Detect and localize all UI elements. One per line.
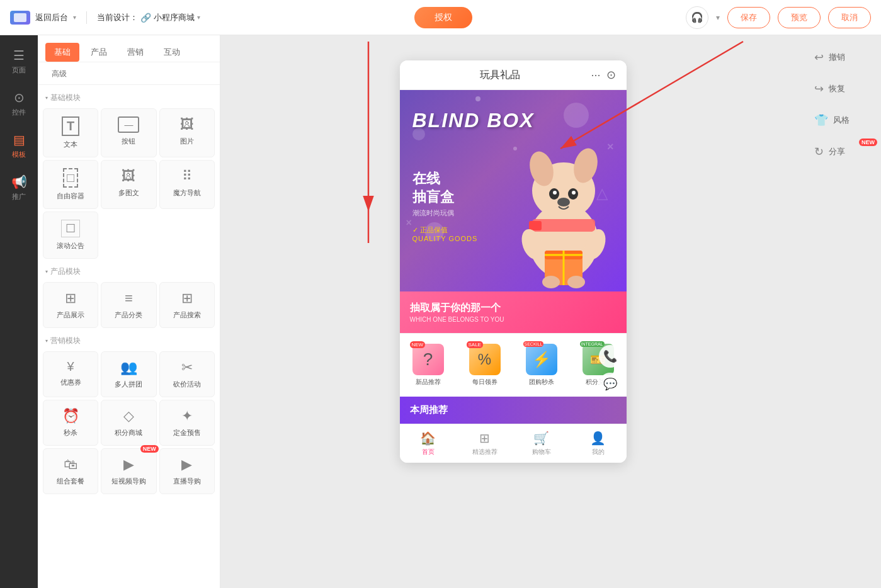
- combo-icon: 🛍: [64, 456, 77, 473]
- banner-quality-text: ✓ 正品保值: [412, 225, 535, 235]
- promo-section: 抽取属于你的那一个 WHICH ONE BELONGS TO YOU: [400, 291, 627, 333]
- module-group-buy[interactable]: 👥 多人拼团: [101, 351, 156, 397]
- svg-point-12: [572, 191, 576, 195]
- nav-group-flash[interactable]: ⚡ SECKILL 团购秒杀: [513, 339, 570, 392]
- tab-marketing[interactable]: 营销: [118, 43, 152, 62]
- module-live-shop[interactable]: ▶ 直播导购: [159, 448, 215, 494]
- new-products-img: ? NEW: [412, 344, 444, 375]
- undo-icon: ↩: [814, 50, 824, 64]
- module-short-video[interactable]: NEW ▶ 短视频导购: [101, 448, 156, 494]
- module-magic-nav[interactable]: ⠿ 魔方导航: [159, 160, 215, 209]
- module-scroll-notice[interactable]: ☐ 滚动公告: [43, 212, 98, 259]
- home-label: 首页: [422, 448, 435, 456]
- nav-new-products[interactable]: ? NEW 新品推荐: [400, 339, 457, 392]
- svg-point-13: [557, 198, 570, 206]
- share-label: 分享: [829, 146, 845, 157]
- button-icon: —: [118, 116, 139, 133]
- promo-title: 抽取属于你的那一个: [410, 302, 617, 315]
- tab-interact[interactable]: 互动: [155, 43, 189, 62]
- header-divider: [86, 11, 87, 24]
- module-container[interactable]: □ 自由容器: [43, 160, 98, 209]
- cancel-button[interactable]: 取消: [828, 7, 871, 28]
- page-icon: ☰: [13, 48, 25, 63]
- section-product-title: 产品模块: [50, 266, 81, 277]
- module-points-mall[interactable]: ◇ 积分商城: [101, 400, 156, 446]
- module-multi-image[interactable]: 🖼 多图文: [101, 160, 156, 209]
- sidebar-promote-label: 推广: [12, 192, 26, 201]
- module-text-label: 文本: [64, 140, 77, 149]
- short-video-new-badge: NEW: [140, 445, 159, 453]
- redo-icon: ↪: [814, 82, 824, 96]
- section-marketing-title: 营销模块: [50, 336, 81, 346]
- module-product-category[interactable]: ≡ 产品分类: [101, 282, 156, 328]
- section-basic-title: 基础模块: [50, 93, 81, 103]
- preview-button[interactable]: 预览: [778, 7, 821, 28]
- module-coupon[interactable]: ¥ 优惠券: [43, 351, 98, 397]
- modules-content: ▾ 基础模块 T 文本 — 按钮 🖼 图片 □ 自由容器: [38, 85, 220, 588]
- scroll-notice-icon: ☐: [61, 220, 80, 237]
- decor-x-4: ×: [406, 217, 412, 229]
- section-product-triangle: ▾: [45, 269, 48, 274]
- bottom-nav-picks[interactable]: ⊞ 精选推荐: [457, 428, 513, 459]
- action-share[interactable]: ↻ 分享 NEW: [812, 142, 875, 161]
- right-panel: ↩ 撤销 ↪ 恢复 👕 风格 ↻ 分享 NEW: [805, 35, 881, 588]
- magic-nav-icon: ⠿: [182, 168, 192, 184]
- design-icon: 🔗: [140, 13, 151, 23]
- headset-button[interactable]: 🎧: [686, 6, 708, 29]
- banner-quality: ✓ 正品保值 QUALITY GOODS: [412, 225, 535, 242]
- module-group-buy-label: 多人拼团: [115, 380, 142, 389]
- module-flash-sale[interactable]: ⏰ 秒杀: [43, 400, 98, 446]
- action-undo[interactable]: ↩ 撤销: [812, 48, 875, 67]
- redo-label: 恢复: [829, 83, 845, 94]
- sidebar-template-label: 模板: [12, 150, 26, 159]
- image-icon: 🖼: [180, 116, 194, 133]
- module-scroll-notice-label: 滚动公告: [57, 241, 84, 251]
- back-to-dashboard[interactable]: 返回后台 ▾: [10, 11, 76, 25]
- cart-label: 购物车: [532, 448, 551, 456]
- product-search-icon: ⊞: [181, 290, 193, 307]
- tab-product[interactable]: 产品: [82, 43, 116, 62]
- bottom-nav-home[interactable]: 🏠 首页: [400, 428, 457, 459]
- action-style[interactable]: 👕 风格: [812, 111, 875, 130]
- subtab-basic[interactable]: 高级: [45, 67, 73, 81]
- module-button[interactable]: — 按钮: [101, 108, 156, 157]
- product-display-icon: ⊞: [65, 290, 76, 307]
- group-flash-icon: ⚡: [532, 351, 551, 368]
- sidebar-icons: ☰ 页面 ⊙ 控件 ▤ 模板 📢 推广: [0, 35, 38, 588]
- style-icon: 👕: [814, 113, 828, 127]
- module-combo[interactable]: 🛍 组合套餐: [43, 448, 98, 494]
- module-short-video-label: 短视频导购: [111, 477, 146, 486]
- phone-side-buttons: 📞 💬: [594, 340, 627, 400]
- canvas-area: 玩具礼品 ··· ⊙ × × × × △ △: [220, 35, 805, 588]
- sidebar-item-control[interactable]: ⊙ 控件: [0, 82, 38, 125]
- bottom-nav-cart[interactable]: 🛒 购物车: [513, 428, 570, 459]
- module-product-search[interactable]: ⊞ 产品搜索: [159, 282, 215, 328]
- phone-wechat-button[interactable]: 💬: [599, 373, 622, 395]
- module-multi-image-label: 多图文: [118, 188, 139, 198]
- section-basic-header: ▾ 基础模块: [43, 85, 215, 108]
- promo-subtitle: WHICH ONE BELONGS TO YOU: [410, 316, 617, 323]
- modules-tabs: 基础 产品 营销 互动: [38, 35, 220, 62]
- banner-chinese-line1: 在线: [412, 171, 440, 186]
- bottom-nav-mine[interactable]: 👤 我的: [570, 428, 627, 459]
- phone-header-icons: ··· ⊙: [591, 68, 616, 82]
- group-flash-img: ⚡ SECKILL: [526, 344, 557, 375]
- modules-panel: 基础 产品 营销 互动 高级 ▾ 基础模块 T 文本 — 按钮: [38, 35, 220, 588]
- phone-call-button[interactable]: 📞: [599, 345, 622, 368]
- save-button[interactable]: 保存: [727, 7, 770, 28]
- action-redo[interactable]: ↪ 恢复: [812, 79, 875, 98]
- module-text[interactable]: T 文本: [43, 108, 98, 157]
- sidebar-item-template[interactable]: ▤ 模板: [0, 125, 38, 167]
- module-product-display[interactable]: ⊞ 产品展示: [43, 282, 98, 328]
- sidebar-item-promote[interactable]: 📢 推广: [0, 167, 38, 209]
- nav-daily-coupon[interactable]: % SALE 每日领券: [457, 339, 513, 392]
- phone-header: 玩具礼品 ··· ⊙: [400, 60, 627, 90]
- tab-basic[interactable]: 基础: [45, 43, 79, 62]
- mine-label: 我的: [592, 448, 605, 456]
- svg-point-22: [542, 276, 560, 288]
- module-deposit[interactable]: ✦ 定金预售: [159, 400, 215, 446]
- sidebar-item-page[interactable]: ☰ 页面: [0, 40, 38, 82]
- module-discount[interactable]: ✂ 砍价活动: [159, 351, 215, 397]
- authorize-button[interactable]: 授权: [414, 7, 472, 28]
- module-image[interactable]: 🖼 图片: [159, 108, 215, 157]
